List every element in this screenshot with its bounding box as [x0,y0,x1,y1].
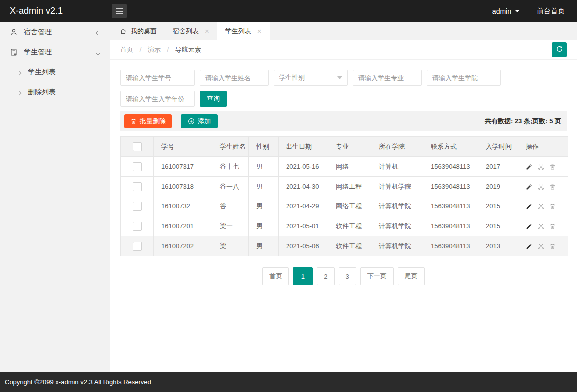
sidebar-item-student-management[interactable]: 学生管理 [0,42,110,62]
scissors-icon[interactable] [538,203,544,210]
footer: Copyright ©2099 x-admin v2.3 All Rights … [0,372,577,392]
cell-operations [518,196,568,216]
cell-phone: 15639048113 [423,196,478,216]
breadcrumb-home[interactable]: 首页 [120,46,133,53]
scissors-icon[interactable] [538,243,544,250]
sidebar-item-label: 宿舍管理 [24,28,52,37]
scissors-icon[interactable] [538,164,544,170]
main-content: 我的桌面 宿舍列表 × 学生列表 × 首页 / 演示 / 导航元素 [110,22,577,372]
data-summary: 共有数据: 23 条;页数: 5 页 [485,117,563,126]
tab-label: 我的桌面 [131,27,157,36]
edit-icon[interactable] [526,184,532,190]
app-brand: X-admin v2.1 [10,0,63,22]
edit-icon[interactable] [526,223,532,230]
breadcrumb-section[interactable]: 演示 [148,46,161,53]
tab-my-desktop[interactable]: 我的桌面 [112,22,165,40]
student-name-input[interactable] [200,70,269,86]
scissors-icon[interactable] [538,184,544,190]
sidebar-subitem-label: 删除列表 [28,88,56,97]
page-first-button[interactable]: 首页 [262,267,289,285]
menu-toggle-button[interactable] [112,4,127,18]
page-last-button[interactable]: 尾页 [398,267,425,285]
cell-gender: 男 [249,196,279,216]
gender-select-value: 学生性别 [279,73,305,82]
row-checkbox[interactable] [133,162,142,171]
cell-birth-date: 2021-05-06 [279,236,328,256]
edit-icon[interactable] [526,243,532,250]
cell-enroll-year: 2015 [478,196,518,216]
cell-enroll-year: 2017 [478,157,518,177]
cell-major: 网络 [328,157,371,177]
cell-operations [518,177,568,196]
trash-icon [130,118,137,125]
delete-icon[interactable] [549,223,556,230]
row-checkbox[interactable] [133,182,142,191]
cell-gender: 男 [249,177,279,196]
delete-icon[interactable] [549,164,556,170]
home-icon [120,28,127,35]
close-icon[interactable]: × [257,27,262,35]
cell-student-name: 梁一 [212,216,249,236]
table-row: 161007201 梁一 男 2021-05-01 软件工程 计算机学院 156… [121,216,568,236]
sidebar: 宿舍管理 学生管理 学生列表 删除列表 [0,22,110,372]
frontpage-link[interactable]: 前台首页 [537,7,565,16]
search-button[interactable]: 查询 [200,91,227,107]
cell-birth-date: 2021-04-30 [279,177,328,196]
copyright-text: Copyright ©2099 x-admin v2.3 All Rights … [5,378,151,386]
file-icon [10,48,18,56]
batch-delete-button[interactable]: 批量删除 [124,114,172,128]
sidebar-item-delete-list[interactable]: 删除列表 [0,82,110,102]
row-checkbox[interactable] [133,222,142,231]
tab-dorm-list[interactable]: 宿舍列表 × [165,22,217,40]
column-header: 所在学院 [371,137,423,157]
sidebar-item-label: 学生管理 [24,48,52,57]
cell-major: 网络工程 [328,196,371,216]
select-all-checkbox[interactable] [133,142,142,151]
edit-icon[interactable] [526,203,532,210]
student-major-input[interactable] [353,70,422,86]
chevron-down-icon [96,48,100,56]
refresh-button[interactable] [552,42,567,57]
cell-gender: 男 [249,157,279,177]
edit-icon[interactable] [526,164,532,170]
page-2-button[interactable]: 2 [317,267,334,285]
cell-phone: 15639048113 [423,157,478,177]
row-checkbox[interactable] [133,242,142,251]
cell-student-id: 161007317 [154,157,212,177]
close-icon[interactable]: × [205,27,209,35]
table-toolbar: 批量删除 添加 共有数据: 23 条;页数: 5 页 [120,111,567,131]
page-1-button[interactable]: 1 [293,267,313,285]
page-next-button[interactable]: 下一页 [360,267,394,285]
chevron-left-icon [96,28,100,36]
pagination: 首页 1 2 3 下一页 尾页 [110,267,577,285]
cell-birth-date: 2021-05-16 [279,157,328,177]
gender-select[interactable]: 学生性别 [274,70,348,86]
username: admin [492,7,511,15]
cell-college: 计算机学院 [371,216,423,236]
tab-bar: 我的桌面 宿舍列表 × 学生列表 × [110,22,577,40]
delete-icon[interactable] [549,184,556,190]
cell-enroll-year: 2019 [478,177,518,196]
student-college-input[interactable] [427,70,501,86]
cell-student-name: 梁二 [212,236,249,256]
cell-college: 计算机学院 [371,177,423,196]
page-3-button[interactable]: 3 [339,267,356,285]
tab-student-list[interactable]: 学生列表 × [217,22,270,40]
row-checkbox[interactable] [133,202,142,211]
user-dropdown[interactable]: admin [492,7,520,15]
cell-student-name: 谷一八 [212,177,249,196]
tab-label: 宿舍列表 [173,27,199,36]
scissors-icon[interactable] [538,223,544,230]
cell-operations [518,157,568,177]
sidebar-item-dorm-management[interactable]: 宿舍管理 [0,22,110,42]
delete-icon[interactable] [549,243,556,250]
cell-college: 计算机学院 [371,196,423,216]
column-header: 性别 [249,137,279,157]
add-button[interactable]: 添加 [181,114,218,128]
student-id-input[interactable] [120,70,195,86]
cell-student-id: 161007202 [154,236,212,256]
sidebar-item-student-list[interactable]: 学生列表 [0,62,110,82]
delete-icon[interactable] [549,203,556,210]
breadcrumb: 首页 / 演示 / 导航元素 [120,40,201,60]
enrollment-year-input[interactable] [120,91,195,107]
